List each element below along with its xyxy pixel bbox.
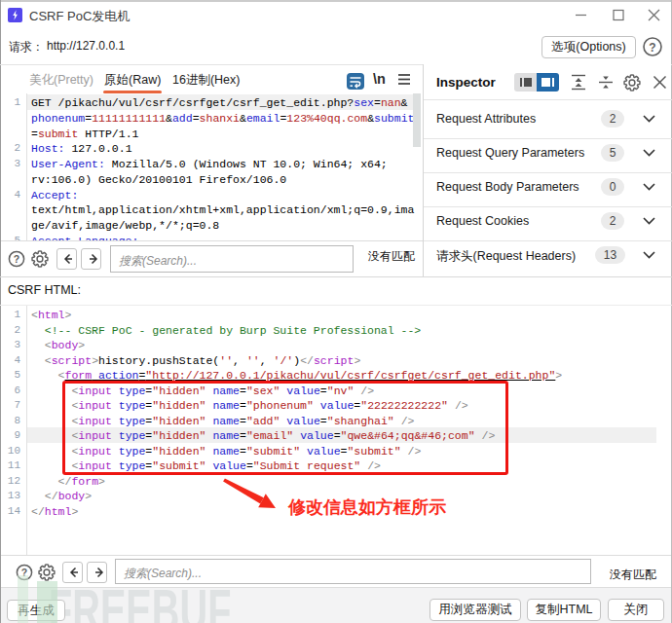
svg-text:?: ? bbox=[14, 253, 19, 265]
svg-text:?: ? bbox=[649, 41, 655, 55]
svg-text:?: ? bbox=[21, 567, 27, 578]
